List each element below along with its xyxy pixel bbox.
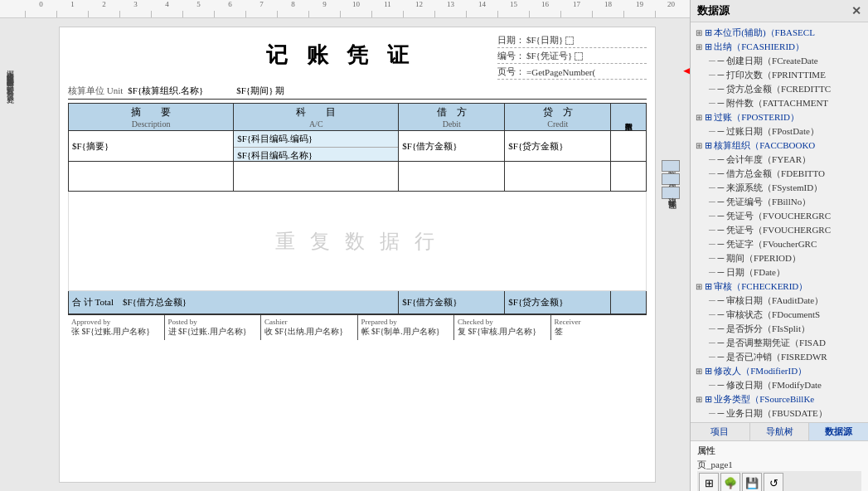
tree-item[interactable]: ─ 凭证字（FVoucherGRC (692, 237, 866, 251)
table-data-row: $F{摘要} $F{科目编码.编码} $F{科目编码.名称} $F{借方金额} … (69, 131, 647, 162)
blank-ac (234, 162, 399, 192)
voucher-meta: 日期： $F{日期} 编号： $F{凭证号} 页号： =GetPageNumbe… (497, 34, 647, 81)
voucher-header: 记 账 凭 证 日期： $F{日期} 编号： $F{凭证号} 页号： =Ge (68, 34, 647, 81)
ruler-mark (182, 11, 214, 17)
ruler-mark (214, 11, 245, 17)
side-btn-zhang[interactable]: 张记账凭证 (662, 187, 680, 199)
repeat-data-row: 重 复 数 据 行 (69, 192, 647, 291)
tree-item[interactable]: ⊞ 业务类型（FSourceBillKe (692, 392, 866, 406)
total-debit-cell: $F{借方金额} (399, 291, 505, 314)
repeat-text: 重 复 数 据 行 (69, 192, 647, 291)
arrow-indicator: ➤ (682, 61, 690, 80)
toolbar-btn-tree[interactable]: 🌳 (720, 473, 740, 491)
footer-checked: Checked by 复 $F{审核.用户名称} (454, 315, 551, 340)
tree-item[interactable]: ─ 期间（FPERIOD） (692, 251, 866, 265)
tree-item[interactable]: ─ 借方总金额（FDEBITTO (692, 167, 866, 181)
ruler-mark (403, 11, 434, 17)
tree-item[interactable]: ─ 过账日期（FPostDate） (692, 124, 866, 139)
sidebar-tree[interactable]: ⊞ 本位币(辅助)（FBASECL⊞ 出纳（FCASHIERID）─ 创建日期（… (691, 22, 868, 422)
cell-ac2: $F{科目编码.名称} (234, 148, 398, 163)
cell-credit: $F{贷方金额} (505, 131, 611, 162)
tree-item[interactable]: ─ 是否已冲销（FISREDWR (692, 350, 866, 364)
tree-item[interactable]: ─ 审核状态（FDocumentS (692, 308, 866, 322)
ruler-mark (308, 11, 340, 17)
ruler (0, 0, 690, 18)
tree-item[interactable]: ⊞ 审核（FCHECKERID） (692, 280, 866, 294)
ruler-mark (497, 11, 529, 17)
tree-item[interactable]: ⊞ 核算组织（FACCBOOKO (692, 139, 866, 153)
tree-item[interactable]: ─ 贷方总金额（FCREDITTC (692, 82, 866, 96)
sidebar-title-text: 数据源 (697, 3, 730, 18)
ruler-mark (371, 11, 403, 17)
tree-item[interactable]: ─ 是否拆分（FIsSplit） (692, 322, 866, 336)
blank-desc (69, 162, 234, 192)
date-value: $F{日期} (526, 34, 563, 46)
cell-desc: $F{摘要} (69, 131, 234, 162)
side-btn-fudan[interactable]: 附单数据 (662, 160, 680, 172)
ruler-marks (25, 0, 686, 17)
ruler-mark (466, 11, 497, 17)
toolbar-btn-grid[interactable]: ⊞ (699, 473, 719, 491)
tree-item[interactable]: ─ 创建日期（FCreateDate (692, 54, 866, 68)
tree-item[interactable]: ─ 来源系统（FSystemID） (692, 181, 866, 195)
canvas-area[interactable]: 深圳市全蝶软件配套用品有限公司出品 版权所有 仿冒必究 记 账 凭 证 日期： … (0, 18, 690, 491)
tree-item[interactable]: ─ 凭证号（FVOUCHERGRC (692, 223, 866, 237)
footer-receiver-value: 签 (555, 326, 644, 338)
tab-items[interactable]: 项目 (691, 423, 750, 440)
ruler-mark (434, 11, 466, 17)
tree-item[interactable]: ─ 日期（FDate） (692, 265, 866, 280)
side-btn-leiji[interactable]: 累计求和 (662, 173, 680, 185)
tree-item[interactable]: ─ 会计年度（FYEAR） (692, 153, 866, 167)
th-description: 摘 要 Description (69, 104, 234, 131)
ruler-mark (560, 11, 592, 17)
tab-datasource[interactable]: 数据源 (809, 423, 868, 440)
tree-item[interactable]: ─ 凭证号（FVOUCHERGRC (692, 209, 866, 223)
page-value: =GetPageNumber( (526, 67, 595, 77)
ruler-mark (245, 11, 277, 17)
tree-item[interactable]: ─ 附件数（FATTACHMENT (692, 96, 866, 110)
footer-posted: Posted by 进 $F{过账.用户名称} (165, 315, 262, 340)
sidebar-tabs: 项目 导航树 数据源 (691, 422, 868, 441)
number-value: $F{凭证号} (526, 50, 572, 62)
tree-item[interactable]: ─ 是否调整期凭证（FISAD (692, 336, 866, 350)
total-credit-cell: $F{贷方金额} (505, 291, 611, 314)
ruler-mark (655, 11, 686, 17)
ruler-mark (340, 11, 371, 17)
footer-prepared: Prepared by 帐 $F{制单.用户名称} (358, 315, 455, 340)
ruler-mark (623, 11, 655, 17)
cell-debit: $F{借方金额} (399, 131, 505, 162)
tree-item[interactable]: ⊞ 出纳（FCASHIERID） (692, 40, 866, 54)
toolbar-btn-refresh[interactable]: ↺ (764, 473, 783, 491)
footer-approved-value: 张 $F{过账.用户名称} (71, 326, 161, 338)
voucher-table: 摘 要 Description 科 目 A/C 借 方 Debit 贷 (68, 103, 647, 314)
tree-item[interactable]: ─ 审核日期（FAuditDate） (692, 294, 866, 308)
date-label: 日期： (497, 34, 525, 46)
voucher-footer: Approved by 张 $F{过账.用户名称} Posted by 进 $F… (68, 314, 647, 340)
tree-item[interactable]: ⊞ 过账（FPOSTERID） (692, 110, 866, 124)
table-total-row: 合 计 Total $F{借方总金额} $F{借方金额} $F{贷方金额} (69, 291, 647, 314)
total-extra-cell (611, 291, 647, 314)
ruler-mark (529, 11, 560, 17)
toolbar-btn-save[interactable]: 💾 (742, 473, 762, 491)
tree-item[interactable]: ⊞ 修改人（FModifierID） (692, 364, 866, 378)
number-label: 编号： (497, 50, 525, 62)
side-buttons-panel: 附单数据 累计求和 张记账凭证 (662, 160, 680, 199)
unit-value: $F{核算组织.名称} (128, 85, 203, 97)
footer-posted-sublabel: Posted by (168, 318, 258, 326)
unit-row: 核算单位 Unit $F{核算组织.名称} $F{期间} 期 (68, 85, 647, 100)
close-button[interactable]: ✕ (851, 4, 861, 18)
tree-item[interactable]: ─ 业务日期（FBUSDATE） (692, 406, 866, 421)
number-dashed-box (575, 52, 583, 61)
tree-item[interactable]: ─ 凭证编号（FBillNo） (692, 195, 866, 209)
tree-item[interactable]: ─ 修改日期（FModifyDate (692, 378, 866, 392)
unit-label: 核算单位 Unit (68, 85, 123, 97)
sidebar-toolbar: ⊞ 🌳 💾 ↺ (697, 471, 861, 491)
tree-item[interactable]: ⊞ 本位币(辅助)（FBASECL (692, 26, 866, 40)
total-label-cell: 合 计 Total $F{借方总金额} (69, 291, 399, 314)
footer-cashier-value: 收 $F{出纳.用户名称} (264, 326, 354, 338)
footer-receiver-sublabel: Receiver (555, 318, 644, 326)
footer-cashier-sublabel: Cashier (264, 318, 354, 326)
tree-item[interactable]: ─ 打印次数（FPRINTTIME (692, 68, 866, 82)
date-dashed-box (565, 36, 574, 45)
tab-navtree[interactable]: 导航树 (750, 423, 810, 440)
